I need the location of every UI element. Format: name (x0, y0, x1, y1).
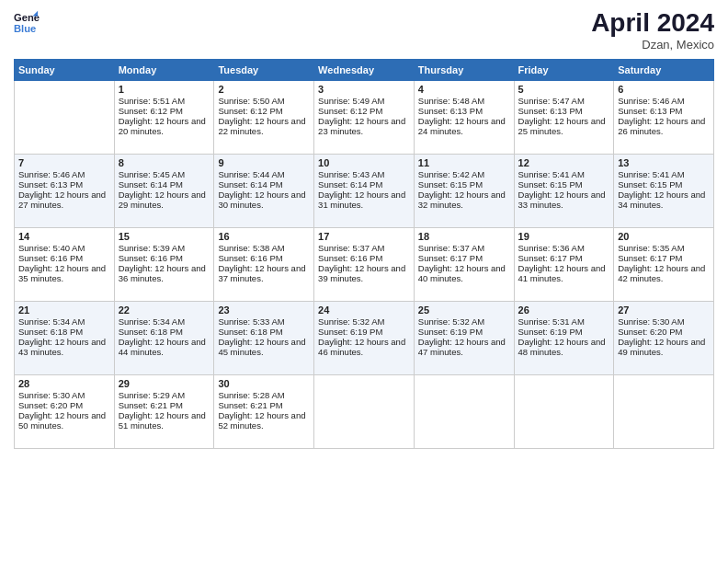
calendar-week-row: 14Sunrise: 5:40 AMSunset: 6:16 PMDayligh… (15, 227, 714, 301)
sunrise-text: Sunrise: 5:49 AM (318, 96, 410, 106)
daylight-text: Daylight: 12 hours and 44 minutes. (119, 337, 210, 357)
calendar-cell: 13Sunrise: 5:41 AMSunset: 6:15 PMDayligh… (614, 154, 714, 227)
day-number: 19 (518, 231, 610, 242)
calendar-cell: 22Sunrise: 5:34 AMSunset: 6:18 PMDayligh… (114, 301, 214, 374)
daylight-text: Daylight: 12 hours and 37 minutes. (218, 263, 310, 283)
sunrise-text: Sunrise: 5:39 AM (119, 243, 210, 253)
day-number: 26 (518, 304, 610, 316)
day-number: 13 (618, 157, 710, 168)
calendar-cell: 26Sunrise: 5:31 AMSunset: 6:19 PMDayligh… (514, 301, 614, 374)
col-monday: Monday (114, 59, 214, 80)
calendar-cell: 9Sunrise: 5:44 AMSunset: 6:14 PMDaylight… (214, 154, 314, 227)
sunset-text: Sunset: 6:21 PM (218, 400, 310, 410)
day-number: 28 (18, 378, 110, 389)
daylight-text: Daylight: 12 hours and 23 minutes. (318, 116, 410, 136)
daylight-text: Daylight: 12 hours and 43 minutes. (18, 337, 110, 357)
sunset-text: Sunset: 6:12 PM (218, 106, 310, 116)
calendar-cell: 11Sunrise: 5:42 AMSunset: 6:15 PMDayligh… (414, 154, 514, 227)
sunrise-text: Sunrise: 5:30 AM (618, 316, 710, 327)
location: Dzan, Mexico (591, 38, 714, 52)
daylight-text: Daylight: 12 hours and 27 minutes. (18, 190, 110, 210)
daylight-text: Daylight: 12 hours and 47 minutes. (418, 337, 510, 357)
sunrise-text: Sunrise: 5:51 AM (119, 96, 210, 106)
day-number: 29 (119, 378, 210, 389)
sunrise-text: Sunrise: 5:47 AM (518, 96, 610, 106)
calendar-cell: 16Sunrise: 5:38 AMSunset: 6:16 PMDayligh… (214, 227, 314, 301)
calendar-cell: 1Sunrise: 5:51 AMSunset: 6:12 PMDaylight… (114, 80, 214, 154)
day-number: 25 (418, 304, 510, 316)
calendar-cell (514, 374, 614, 448)
sunrise-text: Sunrise: 5:32 AM (318, 316, 410, 327)
calendar-cell: 8Sunrise: 5:45 AMSunset: 6:14 PMDaylight… (114, 154, 214, 227)
sunset-text: Sunset: 6:16 PM (119, 253, 210, 263)
calendar-cell (314, 374, 415, 448)
sunset-text: Sunset: 6:15 PM (518, 179, 610, 190)
daylight-text: Daylight: 12 hours and 34 minutes. (618, 190, 710, 210)
calendar-cell: 5Sunrise: 5:47 AMSunset: 6:13 PMDaylight… (514, 80, 614, 154)
sunset-text: Sunset: 6:15 PM (618, 179, 710, 190)
sunrise-text: Sunrise: 5:45 AM (119, 169, 210, 179)
day-number: 11 (418, 157, 510, 168)
calendar-week-row: 28Sunrise: 5:30 AMSunset: 6:20 PMDayligh… (15, 374, 714, 448)
daylight-text: Daylight: 12 hours and 20 minutes. (119, 116, 210, 136)
day-number: 23 (218, 304, 310, 316)
day-number: 9 (218, 157, 310, 168)
col-thursday: Thursday (414, 59, 514, 80)
daylight-text: Daylight: 12 hours and 33 minutes. (518, 190, 610, 210)
day-number: 16 (218, 231, 310, 242)
sunset-text: Sunset: 6:18 PM (119, 327, 210, 337)
sunset-text: Sunset: 6:14 PM (318, 179, 410, 190)
title-block: April 2024 Dzan, Mexico (591, 9, 714, 52)
sunset-text: Sunset: 6:13 PM (518, 106, 610, 116)
day-number: 7 (18, 157, 110, 168)
calendar-table: Sunday Monday Tuesday Wednesday Thursday… (14, 59, 714, 449)
sunset-text: Sunset: 6:15 PM (418, 179, 510, 190)
calendar-cell: 6Sunrise: 5:46 AMSunset: 6:13 PMDaylight… (614, 80, 714, 154)
daylight-text: Daylight: 12 hours and 51 minutes. (119, 410, 210, 431)
day-number: 1 (119, 84, 210, 95)
daylight-text: Daylight: 12 hours and 41 minutes. (518, 263, 610, 283)
calendar-cell (15, 80, 115, 154)
day-number: 5 (518, 84, 610, 95)
sunrise-text: Sunrise: 5:41 AM (618, 169, 710, 179)
calendar-cell: 27Sunrise: 5:30 AMSunset: 6:20 PMDayligh… (614, 301, 714, 374)
daylight-text: Daylight: 12 hours and 36 minutes. (119, 263, 210, 283)
day-number: 15 (119, 231, 210, 242)
sunrise-text: Sunrise: 5:32 AM (418, 316, 510, 327)
sunrise-text: Sunrise: 5:40 AM (18, 243, 110, 253)
sunrise-text: Sunrise: 5:42 AM (418, 169, 510, 179)
daylight-text: Daylight: 12 hours and 35 minutes. (18, 263, 110, 283)
calendar-cell: 10Sunrise: 5:43 AMSunset: 6:14 PMDayligh… (314, 154, 415, 227)
day-number: 12 (518, 157, 610, 168)
sunrise-text: Sunrise: 5:30 AM (18, 390, 110, 400)
daylight-text: Daylight: 12 hours and 48 minutes. (518, 337, 610, 357)
sunrise-text: Sunrise: 5:46 AM (618, 96, 710, 106)
sunrise-text: Sunrise: 5:48 AM (418, 96, 510, 106)
day-number: 2 (218, 84, 310, 95)
sunset-text: Sunset: 6:14 PM (119, 179, 210, 190)
sunset-text: Sunset: 6:20 PM (18, 400, 110, 410)
calendar-cell: 24Sunrise: 5:32 AMSunset: 6:19 PMDayligh… (314, 301, 415, 374)
sunset-text: Sunset: 6:14 PM (218, 179, 310, 190)
calendar-cell: 12Sunrise: 5:41 AMSunset: 6:15 PMDayligh… (514, 154, 614, 227)
header-row: Sunday Monday Tuesday Wednesday Thursday… (15, 59, 714, 80)
col-saturday: Saturday (614, 59, 714, 80)
sunset-text: Sunset: 6:13 PM (618, 106, 710, 116)
sunrise-text: Sunrise: 5:28 AM (218, 390, 310, 400)
daylight-text: Daylight: 12 hours and 22 minutes. (218, 116, 310, 136)
sunset-text: Sunset: 6:21 PM (119, 400, 210, 410)
calendar-cell: 30Sunrise: 5:28 AMSunset: 6:21 PMDayligh… (214, 374, 314, 448)
daylight-text: Daylight: 12 hours and 42 minutes. (618, 263, 710, 283)
calendar-week-row: 7Sunrise: 5:46 AMSunset: 6:13 PMDaylight… (15, 154, 714, 227)
daylight-text: Daylight: 12 hours and 46 minutes. (318, 337, 410, 357)
day-number: 10 (318, 157, 410, 168)
day-number: 30 (218, 378, 310, 389)
day-number: 21 (18, 304, 110, 316)
header: General Blue April 2024 Dzan, Mexico (14, 9, 714, 52)
daylight-text: Daylight: 12 hours and 50 minutes. (18, 410, 110, 431)
day-number: 22 (119, 304, 210, 316)
sunrise-text: Sunrise: 5:29 AM (119, 390, 210, 400)
daylight-text: Daylight: 12 hours and 25 minutes. (518, 116, 610, 136)
calendar-cell: 4Sunrise: 5:48 AMSunset: 6:13 PMDaylight… (414, 80, 514, 154)
sunset-text: Sunset: 6:12 PM (119, 106, 210, 116)
